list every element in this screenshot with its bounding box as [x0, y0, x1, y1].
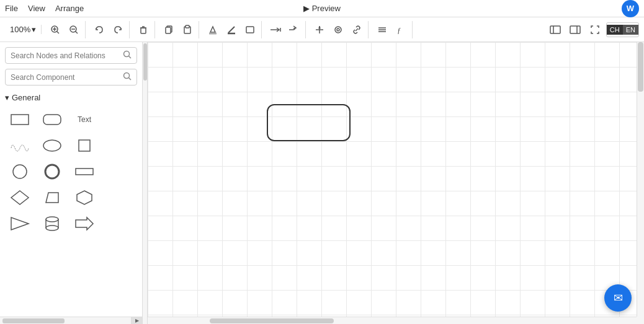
shape-text[interactable]: Text	[69, 108, 99, 131]
sidebar-scrollbar-v	[143, 42, 148, 324]
menu-bar: File View Arrange ▶ Preview W	[0, 0, 644, 17]
delete-button[interactable]	[135, 21, 152, 38]
svg-rect-41	[76, 169, 93, 175]
formula-button[interactable]: ƒ	[392, 21, 409, 38]
svg-point-37	[43, 140, 61, 151]
canvas-shape-rounded-rect[interactable]	[267, 104, 351, 141]
toolbar-delete-group	[132, 21, 155, 38]
toolbar-layers-group: ƒ	[371, 21, 413, 38]
svg-rect-35	[11, 115, 29, 125]
zoom-display[interactable]: 100% ▾	[7, 25, 38, 34]
lang-en-button[interactable]: EN	[623, 25, 638, 35]
sidebar-scroll-area: ▾ General Text	[0, 42, 142, 317]
shape-hexagon[interactable]	[69, 186, 99, 209]
shape-rectangle[interactable]	[5, 108, 35, 131]
shape-icon	[245, 25, 255, 35]
language-switcher[interactable]: CH EN	[606, 22, 639, 37]
redo-icon	[113, 25, 123, 35]
canvas-scrollbar-h[interactable]	[148, 317, 637, 324]
section-general-header[interactable]: ▾ General	[5, 90, 137, 105]
cycle-button[interactable]	[329, 21, 347, 38]
connector-button[interactable]	[285, 21, 303, 38]
section-general-label: General	[12, 93, 40, 102]
search-nodes-box[interactable]	[5, 47, 137, 64]
stroke-button[interactable]	[223, 21, 240, 38]
canvas-corner	[637, 317, 644, 324]
menu-file[interactable]: File	[5, 4, 18, 13]
toolbar-connector-group	[264, 21, 306, 38]
user-avatar[interactable]: W	[622, 0, 639, 17]
undo-button[interactable]	[91, 21, 108, 38]
toolbar-history-group	[88, 21, 130, 38]
shape-diamond[interactable]	[5, 186, 35, 209]
svg-rect-27	[550, 26, 560, 33]
redo-button[interactable]	[109, 21, 127, 38]
sidebar-scroll-thumb[interactable]	[2, 318, 65, 323]
toolbar: 100% ▾	[0, 17, 644, 42]
svg-line-1	[57, 31, 60, 33]
canvas-area[interactable]: ✉	[148, 42, 644, 324]
toolbar-style-group	[202, 21, 262, 38]
main-content: ▾ General Text	[0, 42, 644, 324]
svg-line-5	[76, 31, 78, 33]
fill-button[interactable]	[204, 21, 221, 38]
svg-point-46	[46, 217, 58, 222]
canvas-scroll-v-thumb[interactable]	[638, 42, 643, 92]
panel-left-button[interactable]	[547, 21, 564, 38]
shape-square[interactable]	[69, 134, 99, 157]
shape-circle-outline[interactable]	[5, 160, 35, 183]
panel-right-button[interactable]	[566, 21, 584, 38]
svg-point-31	[124, 51, 130, 57]
search-nodes-icon[interactable]	[123, 50, 132, 61]
svg-text:ƒ: ƒ	[397, 25, 401, 35]
layers-button[interactable]	[373, 21, 391, 38]
paste-button[interactable]	[179, 21, 196, 38]
shape-arrow-right[interactable]	[69, 212, 99, 235]
svg-line-34	[129, 78, 132, 81]
link-button[interactable]	[348, 21, 365, 38]
arrow-button[interactable]	[267, 21, 284, 38]
formula-icon: ƒ	[396, 25, 406, 35]
insert-button[interactable]	[311, 21, 328, 38]
panel-left-icon	[550, 25, 561, 35]
zoom-in-button[interactable]	[47, 21, 64, 38]
zoom-out-icon	[69, 25, 79, 35]
shape-squiggle[interactable]	[5, 134, 35, 157]
search-component-input[interactable]	[11, 73, 123, 82]
connector-icon	[288, 25, 300, 35]
zoom-out-button[interactable]	[65, 21, 83, 38]
user-initial: W	[627, 4, 634, 13]
toolbar-zoom-btns	[44, 21, 86, 38]
fill-icon	[208, 25, 218, 35]
cycle-icon	[333, 25, 343, 35]
copy-button[interactable]	[160, 21, 177, 38]
zoom-in-icon	[50, 25, 60, 35]
search-component-icon[interactable]	[123, 72, 132, 82]
canvas-scroll-h-thumb[interactable]	[210, 318, 334, 323]
shape-rounded-rectangle[interactable]	[37, 108, 67, 131]
sidebar-expand-button[interactable]: ▶	[131, 317, 142, 325]
lang-ch-button[interactable]: CH	[607, 25, 623, 35]
shape-rect-small[interactable]	[69, 160, 99, 183]
shape-ellipse[interactable]	[37, 134, 67, 157]
shape-circle-bold[interactable]	[37, 160, 67, 183]
svg-point-33	[124, 73, 130, 79]
shape-parallelogram[interactable]	[37, 186, 67, 209]
shape-triangle[interactable]	[5, 212, 35, 235]
preview-button[interactable]: ▶ Preview	[303, 4, 341, 13]
menu-view[interactable]: View	[28, 4, 45, 13]
search-nodes-input[interactable]	[11, 51, 123, 60]
sidebar-scroll-v-thumb[interactable]	[143, 43, 147, 81]
svg-rect-16	[246, 27, 254, 33]
float-action-button[interactable]: ✉	[604, 284, 632, 312]
shape-button[interactable]	[241, 21, 259, 38]
link-icon	[352, 25, 362, 35]
shape-cylinder[interactable]	[37, 212, 67, 235]
canvas-grid[interactable]	[148, 42, 644, 324]
menu-arrange[interactable]: Arrange	[55, 4, 84, 13]
canvas-scrollbar-v[interactable]	[637, 42, 644, 317]
search-component-box[interactable]	[5, 69, 137, 85]
svg-point-47	[46, 225, 58, 230]
sidebar: ▾ General Text	[0, 42, 143, 324]
fullscreen-button[interactable]	[586, 21, 604, 38]
